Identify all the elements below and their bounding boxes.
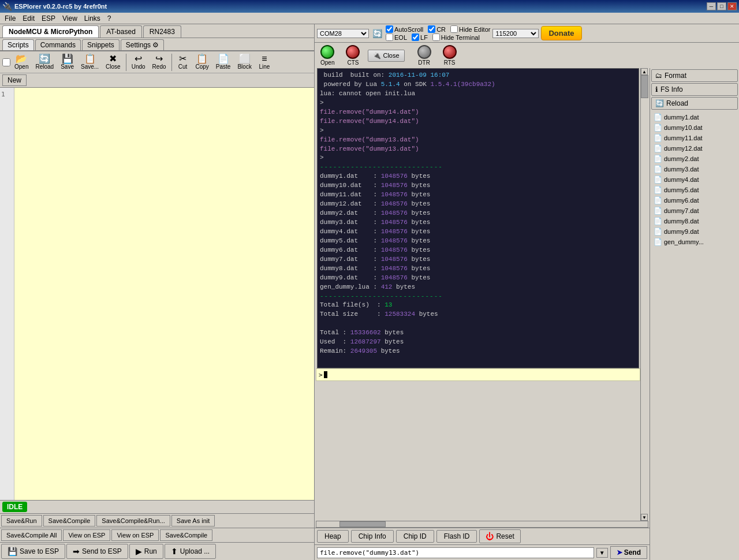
- close-btn[interactable]: ✕: [727, 2, 737, 10]
- file-item-dummy3[interactable]: 📄 dummy3.dat: [651, 164, 738, 174]
- heap-btn[interactable]: Heap: [317, 530, 349, 543]
- menu-edit[interactable]: Edit: [19, 13, 38, 24]
- cts-serial-btn[interactable]: CTS: [342, 44, 363, 67]
- toolbar-line[interactable]: ≡ Line: [256, 53, 273, 72]
- term-line-24: Total file(s) : 13: [320, 301, 636, 310]
- save-compile-btn[interactable]: Save&Compile: [43, 515, 96, 527]
- vscroll-up-btn[interactable]: ▲: [641, 68, 648, 75]
- chip-info-btn[interactable]: Chip Info: [351, 530, 394, 543]
- status-idle-badge: IDLE: [2, 502, 27, 512]
- format-btn[interactable]: 🗂 Format: [651, 69, 738, 82]
- cr-cb[interactable]: [428, 25, 435, 33]
- save-compile-run-btn[interactable]: Save&Compile&Run...: [96, 515, 170, 527]
- terminal-hscrollbar[interactable]: [316, 521, 648, 528]
- tab-commands[interactable]: Commands: [35, 39, 81, 50]
- reload-fs-btn[interactable]: 🔄 Reload: [651, 97, 738, 110]
- checkbox-select-all[interactable]: [2, 58, 10, 66]
- toolbar-save-as[interactable]: 📋 Save...: [78, 53, 102, 72]
- tab-snippets[interactable]: Snippets: [82, 39, 120, 50]
- toolbar-copy[interactable]: 📋 Copy: [193, 53, 212, 72]
- reset-btn[interactable]: ⏻ Reset: [479, 529, 520, 543]
- close-serial-btn[interactable]: 🔌 Close: [368, 50, 404, 62]
- checkboxes-area: AutoScroll CR Hide Editor EOL LF Hide Te…: [386, 25, 490, 41]
- save-compile-btn2[interactable]: Save&Compile: [160, 529, 212, 541]
- lf-cb[interactable]: [412, 33, 419, 41]
- save-run-btn[interactable]: Save&Run: [1, 515, 42, 527]
- tab-nodemcu[interactable]: NodeMCU & MicroPython: [2, 25, 99, 38]
- file-item-dummy10[interactable]: 📄 dummy10.dat: [651, 122, 738, 133]
- app-icon: 🔌: [2, 2, 12, 11]
- term-line-blank2: [320, 356, 636, 365]
- tab-rn2483[interactable]: RN2483: [143, 25, 181, 38]
- menu-file[interactable]: File: [1, 13, 19, 24]
- file-item-dummy7[interactable]: 📄 dummy7.dat: [651, 206, 738, 216]
- menu-view[interactable]: View: [59, 13, 81, 24]
- save-as-init-btn[interactable]: Save As init: [171, 515, 215, 527]
- tab-at-based[interactable]: AT-based: [100, 25, 141, 38]
- toolbar-paste[interactable]: 📄 Paste: [213, 53, 234, 72]
- menu-help[interactable]: ?: [104, 13, 115, 24]
- donate-button[interactable]: Donate: [541, 26, 581, 40]
- toolbar-save[interactable]: 💾 Save: [58, 53, 77, 72]
- flash-id-btn[interactable]: Flash ID: [436, 530, 477, 543]
- vscroll-thumb[interactable]: [641, 75, 648, 98]
- com-refresh-icon[interactable]: 🔄: [371, 29, 383, 38]
- eol-cb[interactable]: [386, 33, 393, 41]
- tab-settings[interactable]: Settings ⚙: [121, 39, 165, 50]
- toolbar-block[interactable]: ⬜ Block: [234, 53, 254, 72]
- autoscroll-cb[interactable]: [386, 25, 393, 33]
- run-btn[interactable]: ▶ Run: [129, 544, 163, 559]
- hide-terminal-cb[interactable]: [432, 33, 440, 41]
- editor-content[interactable]: [14, 88, 314, 500]
- file-item-dummy6[interactable]: 📄 dummy6.dat: [651, 195, 738, 206]
- reset-icon: ⏻: [486, 532, 494, 541]
- new-tab-button[interactable]: New: [2, 74, 27, 86]
- view-on-esp-btn1[interactable]: View on ESP: [63, 529, 110, 541]
- minimize-btn[interactable]: ─: [707, 2, 716, 10]
- serial-btn-row: Open CTS 🔌 Close DTR RTS: [315, 43, 739, 68]
- toolbar-redo[interactable]: ↪ Redo: [150, 53, 169, 72]
- rts-serial-btn[interactable]: RTS: [439, 44, 460, 67]
- file-item-dummy5[interactable]: 📄 dummy5.dat: [651, 185, 738, 195]
- toolbar-open[interactable]: 📂 Open: [12, 53, 31, 72]
- dtr-serial-btn[interactable]: DTR: [414, 44, 435, 67]
- upload-btn[interactable]: ⬆ Upload ...: [165, 544, 216, 559]
- file-item-dummy12[interactable]: 📄 dummy12.dat: [651, 143, 738, 154]
- fs-info-btn[interactable]: ℹ FS Info: [651, 83, 738, 96]
- hscroll-thumb[interactable]: [339, 521, 386, 527]
- reload-icon: 🔄: [39, 54, 50, 64]
- send-command-btn[interactable]: ➤ Send: [610, 546, 647, 559]
- com-port-select[interactable]: COM28: [317, 29, 369, 38]
- cmd-input-field[interactable]: [317, 547, 594, 558]
- open-serial-btn[interactable]: Open: [317, 44, 338, 67]
- view-on-esp-btn2[interactable]: View on ESP: [111, 529, 159, 541]
- file-item-gen-dummy[interactable]: 📄 gen_dummy...: [651, 237, 738, 247]
- file-item-dummy1[interactable]: 📄 dummy1.dat: [651, 112, 738, 122]
- toolbar-undo[interactable]: ↩ Undo: [129, 53, 148, 72]
- file-item-dummy4[interactable]: 📄 dummy4.dat: [651, 174, 738, 185]
- toolbar-reload[interactable]: 🔄 Reload: [32, 53, 57, 72]
- save-compile-all-btn[interactable]: Save&Compile All: [1, 529, 62, 541]
- cmd-dropdown-btn[interactable]: ▼: [596, 548, 608, 558]
- toolbar-close[interactable]: ✖ Close: [103, 53, 124, 72]
- toolbar-cut[interactable]: ✂ Cut: [174, 53, 192, 72]
- line-numbers: 1: [0, 88, 14, 500]
- action-row: 💾 Save to ESP ➡ Send to ESP ▶ Run ⬆ Uplo…: [0, 543, 314, 560]
- terminal-vscrollbar[interactable]: ▲ ▼: [640, 68, 648, 521]
- send-to-esp-btn[interactable]: ➡ Send to ESP: [66, 544, 128, 559]
- terminal-output[interactable]: build built on: 2016-11-09 16:07 powered…: [317, 68, 639, 368]
- vscroll-down-btn[interactable]: ▼: [641, 514, 648, 521]
- file-item-dummy2[interactable]: 📄 dummy2.dat: [651, 154, 738, 164]
- save-to-esp-btn[interactable]: 💾 Save to ESP: [1, 544, 65, 559]
- chip-id-btn[interactable]: Chip ID: [396, 530, 434, 543]
- menu-links[interactable]: Links: [81, 13, 104, 24]
- hide-editor-cb[interactable]: [450, 25, 458, 33]
- file-item-dummy11[interactable]: 📄 dummy11.dat: [651, 133, 738, 143]
- editor-area: 1: [0, 88, 314, 500]
- maximize-btn[interactable]: □: [717, 2, 726, 10]
- file-item-dummy8[interactable]: 📄 dummy8.dat: [651, 216, 738, 226]
- file-item-dummy9[interactable]: 📄 dummy9.dat: [651, 226, 738, 237]
- menu-esp[interactable]: ESP: [38, 13, 59, 24]
- tab-scripts[interactable]: Scripts: [2, 39, 34, 50]
- baud-rate-select[interactable]: 9600192003840057600115200230400460800921…: [492, 29, 539, 38]
